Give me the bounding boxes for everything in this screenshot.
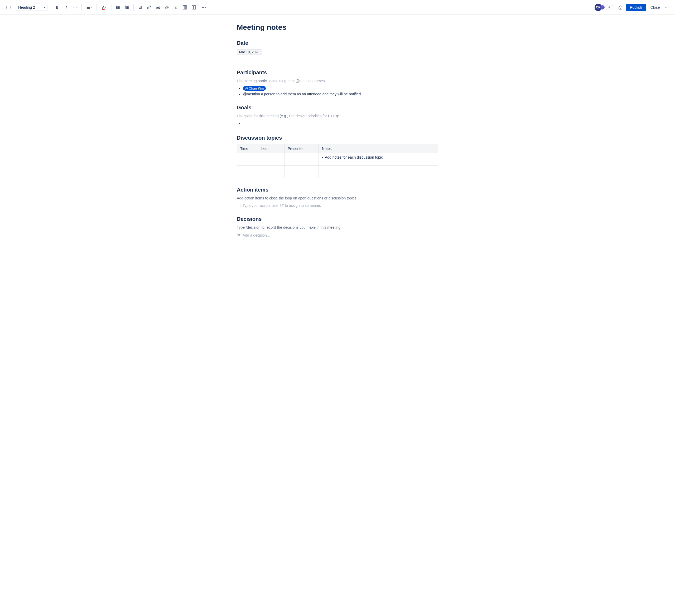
table-row — [237, 166, 438, 178]
columns-button[interactable] — [190, 3, 198, 12]
participants-description: List meeting participants using their @m… — [237, 79, 438, 83]
ordered-list-icon: 1. 2. 3. — [125, 5, 129, 9]
table-cell-presenter-1[interactable] — [285, 153, 319, 166]
decision-row: ⚑ Add a decision... — [237, 233, 438, 238]
action-placeholder-text[interactable]: Type your action, use '@' to assign to s… — [242, 203, 321, 207]
lock-button[interactable] — [616, 3, 625, 12]
toolbar-divider-4 — [111, 4, 112, 10]
more-options-button[interactable]: ··· — [663, 3, 671, 11]
table-cell-item-1[interactable] — [258, 153, 285, 166]
table-header-item: Item — [258, 145, 285, 153]
toolbar-divider-2 — [81, 4, 82, 10]
list-item[interactable] — [243, 121, 438, 126]
decision-placeholder-text[interactable]: Add a decision... — [242, 233, 270, 237]
list-item: @Chan Kim — [243, 86, 438, 90]
color-group: A ▾ — [99, 3, 109, 12]
svg-rect-9 — [126, 7, 129, 8]
toolbar-divider-5 — [133, 4, 134, 10]
table-header-presenter: Presenter — [285, 145, 319, 153]
bullet-list-icon — [116, 5, 120, 9]
plus-icon: + — [202, 5, 204, 10]
add-collaborator-button[interactable]: + — [606, 4, 613, 11]
content-area: Meeting notes Date Mar 19, 2020 Particip… — [224, 15, 451, 267]
table-cell-notes-1[interactable]: Add notes for each discussion topic — [319, 153, 438, 166]
svg-rect-19 — [194, 6, 196, 9]
toolbar: Heading 2 ▾ B I ··· ☰ ▾ A ▾ — [0, 0, 675, 15]
mention-button[interactable]: @ — [163, 3, 171, 12]
toolbar-divider-3 — [96, 4, 97, 10]
insert-chevron-icon: ▾ — [205, 6, 206, 9]
ordered-list-button[interactable]: 1. 2. 3. — [123, 3, 131, 12]
heading-selector[interactable]: Heading 2 ▾ — [16, 4, 48, 11]
discussion-table: Time Item Presenter Notes Add notes for … — [237, 144, 438, 178]
close-button[interactable]: Close — [648, 4, 662, 11]
emoji-button[interactable]: ☺ — [172, 3, 180, 12]
action-items-section: Action items Add action items to close t… — [237, 187, 438, 207]
svg-point-0 — [116, 6, 117, 7]
action-items-heading: Action items — [237, 187, 438, 193]
avatar-c-badge: C — [600, 5, 605, 9]
action-checkbox[interactable] — [237, 204, 240, 207]
table-header-row: Time Item Presenter Notes — [237, 145, 438, 153]
goals-section: Goals List goals for this meeting (e.g.,… — [237, 105, 438, 126]
page-title[interactable]: Meeting notes — [237, 23, 438, 31]
attendee-hint-text: @mention a person to add them as an atte… — [243, 92, 362, 96]
insert-group: ☑ @ ☺ — [136, 3, 209, 12]
publish-button[interactable]: Publish — [626, 4, 646, 11]
more-format-button[interactable]: ··· — [71, 3, 79, 12]
table-header-time: Time — [237, 145, 258, 153]
decisions-heading: Decisions — [237, 216, 438, 222]
table-button[interactable] — [180, 3, 189, 12]
table-cell-item-2[interactable] — [258, 166, 285, 178]
columns-icon — [192, 5, 196, 9]
app-logo[interactable] — [4, 3, 13, 12]
text-format-group: B I ··· — [53, 3, 79, 12]
more-insert-button[interactable]: + ▾ — [199, 3, 209, 12]
table-icon — [183, 5, 187, 9]
align-button[interactable]: ☰ ▾ — [84, 3, 94, 12]
italic-button[interactable]: I — [62, 3, 70, 12]
lock-icon — [618, 5, 623, 10]
table-cell-presenter-2[interactable] — [285, 166, 319, 178]
participants-section: Participants List meeting participants u… — [237, 70, 438, 96]
table-note-text: Add notes for each discussion topic — [322, 155, 435, 159]
svg-rect-7 — [126, 6, 129, 7]
align-group: ☰ ▾ — [84, 3, 94, 12]
action-items-description: Add action items to close the loop on op… — [237, 196, 438, 200]
table-row: Add notes for each discussion topic — [237, 153, 438, 166]
table-cell-time-2[interactable] — [237, 166, 258, 178]
svg-rect-14 — [183, 6, 187, 9]
decision-icon: ⚑ — [237, 233, 240, 238]
date-heading: Date — [237, 40, 438, 46]
participants-heading: Participants — [237, 70, 438, 76]
color-chevron-icon: ▾ — [105, 6, 106, 9]
color-button[interactable]: A ▾ — [99, 3, 109, 12]
svg-point-4 — [116, 8, 117, 9]
avatar-with-badge: CK C — [594, 3, 605, 12]
align-chevron-icon: ▾ — [90, 6, 92, 9]
task-button[interactable]: ☑ — [136, 3, 144, 12]
color-text-icon: A — [102, 5, 104, 9]
table-header-notes: Notes — [319, 145, 438, 153]
bold-button[interactable]: B — [53, 3, 61, 12]
discussion-topics-heading: Discussion topics — [237, 135, 438, 141]
svg-rect-1 — [117, 6, 120, 7]
participants-list: @Chan Kim @mention a person to add them … — [237, 86, 438, 96]
chevron-down-icon: ▾ — [44, 6, 45, 9]
svg-rect-18 — [192, 6, 194, 9]
list-item: @mention a person to add them as an atte… — [243, 92, 438, 96]
svg-rect-11 — [126, 8, 129, 9]
date-section: Date Mar 19, 2020 — [237, 40, 438, 61]
svg-point-2 — [116, 7, 117, 8]
bullet-list-button[interactable] — [114, 3, 122, 12]
table-cell-time-1[interactable] — [237, 153, 258, 166]
mention-tag[interactable]: @Chan Kim — [243, 86, 266, 91]
align-icon: ☰ — [86, 5, 90, 9]
image-button[interactable] — [154, 3, 162, 12]
date-badge[interactable]: Mar 19, 2020 — [237, 49, 262, 55]
image-icon — [156, 5, 160, 9]
link-icon — [147, 5, 151, 9]
table-cell-notes-2[interactable] — [319, 166, 438, 178]
decisions-section: Decisions Type /decision to record the d… — [237, 216, 438, 238]
link-button[interactable] — [145, 3, 153, 12]
